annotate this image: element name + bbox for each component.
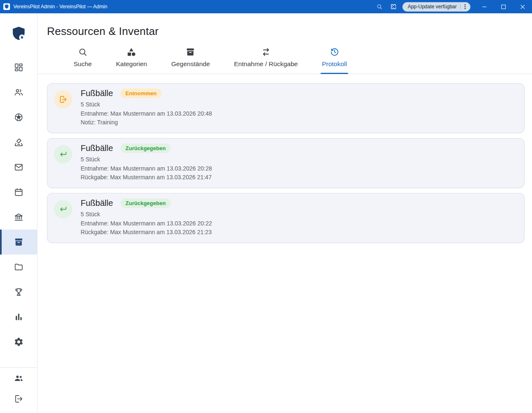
calendar-icon [14, 187, 24, 197]
tab-label: Kategorien [116, 60, 147, 68]
members-icon [14, 87, 24, 97]
category-icon [126, 47, 136, 57]
protocol-log-list: Fußbälle Entnommen 5 Stück Entnahme: Max… [37, 74, 532, 248]
app-logo [0, 13, 37, 55]
entry-title: Fußbälle [81, 198, 113, 208]
swap-arrows-icon [261, 47, 271, 57]
entry-line: Notiz: Training [81, 118, 212, 127]
log-entry-card: Fußbälle Entnommen 5 Stück Entnahme: Max… [47, 83, 525, 133]
tab-entnahme-rueckgabe[interactable]: Entnahme / Rückgabe [233, 45, 299, 74]
sidebar-item-mail[interactable] [0, 155, 37, 180]
sports-icon [14, 112, 24, 122]
entry-line: Entnahme: Max Mustermann am 13.03.2026 2… [81, 219, 212, 228]
tab-protokoll[interactable]: Protokoll [320, 45, 348, 74]
log-entry-card: Fußbälle Zurückgegeben 5 Stück Entnahme:… [47, 193, 525, 243]
extensions-icon[interactable] [387, 0, 401, 13]
app-update-button[interactable]: App-Update verfügbar [402, 2, 470, 12]
main-content: Ressourcen & Inventar Suche Kategorien G… [37, 13, 532, 413]
log-entry-card: Fußbälle Zurückgegeben 5 Stück Entnahme:… [47, 138, 525, 188]
groups-icon [14, 373, 24, 383]
entry-title: Fußbälle [81, 143, 113, 153]
dashboard-icon [14, 62, 24, 72]
sidebar-item-dashboard[interactable] [0, 55, 37, 80]
entry-quantity: 5 Stück [81, 155, 212, 164]
status-badge: Zurückgegeben [121, 198, 171, 208]
tab-label: Entnahme / Rückgabe [234, 60, 298, 68]
tab-kategorien[interactable]: Kategorien [115, 45, 148, 74]
sidebar-item-logout[interactable] [0, 388, 37, 409]
bank-icon [14, 212, 24, 222]
entry-line: Entnahme: Max Mustermann am 13.03.2026 2… [81, 164, 212, 173]
tab-label: Gegenstände [171, 60, 210, 68]
sidebar-item-calendar[interactable] [0, 180, 37, 205]
tab-label: Suche [74, 60, 92, 68]
sidebar-item-statistics[interactable] [0, 304, 37, 329]
return-icon [54, 200, 72, 218]
chart-icon [14, 312, 24, 322]
divider [460, 4, 461, 10]
maximize-button[interactable] [494, 0, 513, 13]
sidebar-item-groups[interactable] [0, 368, 37, 388]
checkout-icon [54, 90, 72, 109]
entry-line: Rückgabe: Max Mustermann am 13.03.2026 2… [81, 228, 212, 237]
sidebar-item-documents[interactable] [0, 255, 37, 279]
page-title: Ressourcen & Inventar [47, 25, 532, 38]
entry-quantity: 5 Stück [81, 210, 212, 219]
entry-title: Fußbälle [81, 89, 113, 98]
zoom-icon[interactable] [372, 0, 387, 13]
app-favicon-icon [3, 3, 10, 10]
inventory-icon [14, 237, 24, 247]
archive-icon [185, 47, 195, 57]
app-update-label: App-Update verfügbar [408, 4, 457, 10]
entry-quantity: 5 Stück [81, 100, 212, 109]
tab-label: Protokoll [322, 60, 347, 68]
folder-icon [14, 262, 24, 272]
minimize-button[interactable] [475, 0, 494, 13]
trophy-icon [14, 287, 24, 297]
status-badge: Entnommen [121, 89, 162, 98]
settings-icon [14, 337, 24, 347]
return-icon [54, 145, 72, 163]
tab-gegenstaende[interactable]: Gegenstände [170, 45, 211, 74]
vote-icon [14, 137, 24, 147]
sidebar-item-inventory[interactable] [0, 230, 37, 255]
logout-icon [14, 394, 24, 404]
kebab-menu-icon[interactable] [463, 4, 468, 10]
tab-bar: Suche Kategorien Gegenstände Entnahme / … [37, 38, 532, 74]
close-button[interactable] [513, 0, 532, 13]
search-icon [78, 47, 88, 57]
sidebar [0, 13, 37, 413]
status-badge: Zurückgegeben [121, 143, 171, 153]
sidebar-item-members[interactable] [0, 80, 37, 105]
sidebar-item-sports[interactable] [0, 105, 37, 130]
entry-line: Rückgabe: Max Mustermann am 13.03.2026 2… [81, 173, 212, 182]
sidebar-item-competitions[interactable] [0, 279, 37, 304]
titlebar: VereinsPilot Admin - VereinsPilot — Admi… [0, 0, 532, 13]
sidebar-item-vote[interactable] [0, 130, 37, 155]
sidebar-item-finance[interactable] [0, 205, 37, 230]
sidebar-item-settings[interactable] [0, 329, 37, 354]
entry-line: Entnahme: Max Mustermann am 13.03.2026 2… [81, 109, 212, 118]
history-icon [330, 47, 340, 57]
window-title: VereinsPilot Admin - VereinsPilot — Admi… [13, 4, 107, 10]
tab-suche[interactable]: Suche [72, 45, 93, 74]
mail-icon [14, 162, 24, 172]
